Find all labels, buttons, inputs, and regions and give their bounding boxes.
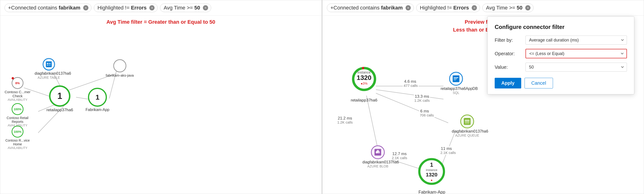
right-sql-icon [449, 72, 463, 86]
left-tag-highlighted[interactable]: Highlighted != Errors × [94, 4, 158, 12]
left-node-diagfabrikam-label: diagfabrikam0137ha6 [34, 72, 63, 76]
edge-label-6ms: 6 ms [419, 108, 430, 114]
right-tag-highlighted-text: Highlighted != Errors [420, 5, 469, 11]
svg-rect-24 [454, 80, 456, 80]
right-tag-avgtime[interactable]: Avg Time >= 50 × [482, 4, 534, 12]
right-fabrikam-app-text: 1 instance 1320 ● [418, 162, 446, 182]
edge-label-133ms: 13.3 ms [414, 94, 430, 99]
left-node-fabrikam-aks[interactable]: fabrikam-aks-java [106, 59, 134, 77]
dialog-operator-label: Operator: [495, 51, 526, 56]
dialog-value-select[interactable]: 50 100 200 [526, 62, 627, 72]
edge-label-46ms: 4.6 ms [403, 79, 417, 84]
left-tag-highlighted-text: Highlighted != Errors [98, 5, 146, 11]
left-fabrikam-aks-circle [113, 59, 126, 72]
left-contoso-home-label: Contoso R...vice Home [4, 138, 30, 146]
right-node-instance[interactable]: instance 1320 ●3% [351, 66, 377, 92]
cancel-button[interactable]: Cancel [524, 78, 553, 88]
edge-label-12k-top: 1.2K calls [413, 98, 431, 103]
left-panel: +Connected contains fabrikam × Highlight… [0, 0, 322, 194]
left-tag-avgtime-close[interactable]: × [203, 5, 208, 10]
svg-line-13 [376, 90, 444, 99]
edge-label-212ms: 21.2 ms [337, 116, 353, 121]
right-tag-highlighted[interactable]: Highlighted != Errors × [416, 4, 480, 12]
apply-button[interactable]: Apply [495, 78, 521, 88]
svg-rect-11 [49, 64, 51, 66]
right-panel: +Connected contains fabrikam × Highlight… [322, 0, 644, 194]
left-contoso-check-dot [12, 77, 14, 80]
left-fabrikam-app-circle: 1 [88, 88, 107, 107]
svg-rect-7 [46, 62, 52, 67]
edge-label-12k-left: 1.2K calls [336, 120, 354, 124]
edge-label-127ms: 12.7 ms [391, 151, 408, 156]
left-contoso-check-sublabel: AVAILABILITY [8, 98, 27, 102]
left-contoso-check-label: Contoso C...mer Check [4, 90, 30, 98]
right-node-azure-queue[interactable]: diagfabrikam0137ha6 AZURE QUEUE [452, 114, 482, 137]
svg-rect-28 [465, 122, 470, 124]
svg-rect-22 [454, 77, 458, 78]
right-queue-label: diagfabrikam0137ha6 [452, 129, 482, 134]
left-fabrikam-aks-label: fabrikam-aks-java [106, 73, 134, 77]
configure-dialog: Configure connector filter Filter by: Av… [487, 16, 634, 94]
left-contoso-home-sublabel: AVAILABILITY [8, 146, 27, 150]
svg-line-14 [376, 93, 448, 123]
dialog-filterby-select[interactable]: Average call duration (ms) [526, 36, 627, 44]
left-fabrikam-app-label: Fabrikam-App [86, 108, 109, 112]
left-filter-bar: +Connected contains fabrikam × Highlight… [0, 0, 322, 16]
left-tag-connected[interactable]: +Connected contains fabrikam × [4, 4, 92, 12]
dialog-row-value: Value: 50 100 200 [495, 62, 627, 72]
left-node-retailapp[interactable]: 1 retailapp37ha6 [46, 86, 73, 112]
left-tag-connected-text: +Connected contains fabrikam [8, 5, 80, 11]
left-retailapp-circle: 1 [49, 86, 70, 107]
right-node-retailapp-label: retailapp37ha6 [350, 98, 378, 103]
left-node-contoso-check[interactable]: 8% Contoso C...mer Check AVAILABILITY [4, 77, 30, 102]
right-blob-sublabel: AZURE BLOB [368, 164, 388, 168]
right-tag-avgtime-close[interactable]: × [525, 5, 530, 10]
right-node-sql[interactable]: retailapp37ha6AppDB SQL [441, 72, 472, 95]
right-queue-icon [460, 114, 474, 128]
left-tag-avgtime-text: Avg Time >= 50 [164, 5, 200, 11]
right-blob-label: diagfabrikam0137ha6 [362, 160, 393, 164]
right-sql-sublabel: SQL [453, 91, 459, 95]
right-tag-highlighted-close[interactable]: × [472, 5, 477, 10]
edge-label-706calls: 706 calls [419, 113, 435, 118]
svg-rect-9 [49, 63, 51, 64]
edge-label-21k-bottom: 2.1K calls [391, 156, 408, 160]
svg-rect-23 [454, 78, 457, 79]
svg-rect-10 [47, 64, 48, 66]
dialog-operator-select[interactable]: <= (Less or Equal) >= (Greater or Equal)… [526, 49, 627, 58]
edge-label-477calls: 477 calls [403, 83, 418, 88]
left-contoso-check-circle: 8% [12, 77, 24, 89]
right-tag-connected[interactable]: +Connected contains fabrikam × [327, 4, 414, 12]
edge-label-11ms: 11 ms [440, 146, 453, 151]
left-graph-area: diagfabrikam0137ha6 AZURE TABLE 8% Conto… [0, 27, 322, 184]
left-node-fabrikam-app[interactable]: 1 Fabrikam-App [86, 88, 109, 112]
left-node-contoso-reports[interactable]: 100% Contoso Retail Reports AVAILABILITY [4, 103, 30, 127]
svg-rect-27 [465, 121, 470, 122]
left-tag-connected-close[interactable]: × [83, 5, 88, 10]
dialog-row-filterby: Filter by: Average call duration (ms) [495, 36, 627, 44]
left-azure-table-icon [43, 58, 55, 70]
left-tag-highlighted-close[interactable]: × [149, 5, 154, 10]
left-retailapp-label: retailapp37ha6 [46, 108, 73, 112]
right-node-fabrikam-app[interactable]: 1 instance 1320 ● [418, 157, 446, 186]
right-fabrikam-app-name-label: Fabrikam-App [417, 190, 447, 194]
right-tag-avgtime-text: Avg Time >= 50 [486, 5, 522, 11]
right-node-azure-blob[interactable]: diagfabrikam0137ha6 AZURE BLOB [362, 146, 393, 168]
dialog-row-operator: Operator: <= (Less or Equal) >= (Greater… [495, 49, 627, 58]
svg-rect-8 [47, 63, 48, 64]
right-sql-label: retailapp37ha6AppDB [441, 86, 472, 91]
left-tag-avgtime[interactable]: Avg Time >= 50 × [160, 4, 211, 12]
left-node-diagfabrikam[interactable]: diagfabrikam0137ha6 AZURE TABLE [34, 58, 63, 80]
right-filter-bar: +Connected contains fabrikam × Highlight… [322, 0, 644, 16]
right-tag-connected-text: +Connected contains fabrikam [330, 5, 403, 11]
left-contoso-reports-circle: 100% [12, 103, 24, 115]
svg-rect-26 [465, 120, 470, 121]
edge-label-21k: 2.1K calls [440, 150, 457, 155]
right-instance-text: instance 1320 ●3% [351, 70, 377, 86]
left-node-contoso-home[interactable]: 100% Contoso R...vice Home AVAILABILITY [4, 126, 30, 150]
svg-line-16 [366, 96, 378, 151]
right-queue-sublabel: AZURE QUEUE [455, 134, 479, 137]
svg-point-32 [377, 150, 379, 152]
right-tag-connected-close[interactable]: × [406, 5, 411, 10]
left-filter-info: Avg Time filter = Greater than or Equal … [0, 16, 322, 27]
